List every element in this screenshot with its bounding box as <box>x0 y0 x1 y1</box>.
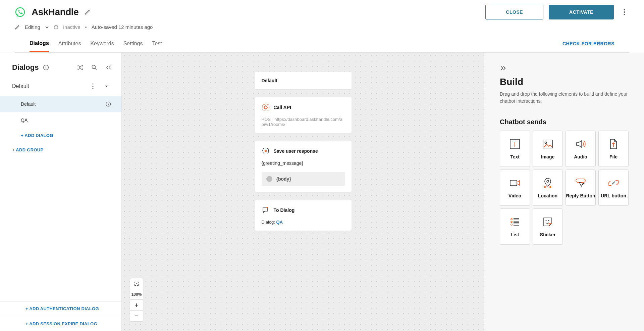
tile-label: Location <box>538 193 557 199</box>
tile-list[interactable]: List <box>500 208 530 245</box>
tile-label: Video <box>508 193 521 199</box>
group-collapse-icon[interactable] <box>101 81 111 91</box>
check-errors-link[interactable]: CHECK FOR ERRORS <box>562 41 614 46</box>
chevron-down-icon[interactable] <box>45 25 49 29</box>
svg-point-2 <box>624 11 625 13</box>
build-panel: Build Drag and drop the following elemen… <box>484 53 644 331</box>
svg-point-0 <box>16 8 24 16</box>
svg-point-30 <box>548 220 549 221</box>
svg-point-26 <box>511 219 512 220</box>
card-save-response-body-chip: {body} <box>262 172 345 186</box>
header-actions: CLOSE ACTIVATE <box>485 5 629 19</box>
list-icon <box>509 216 521 228</box>
activate-button[interactable]: ACTIVATE <box>549 5 614 19</box>
card-to-dialog-header: To Dialog <box>262 206 345 214</box>
tab-keywords[interactable]: Keywords <box>90 36 114 51</box>
tile-video[interactable]: Video <box>500 170 530 206</box>
add-auth-dialog-link[interactable]: + ADD AUTHENTICATION DIALOG <box>0 301 121 316</box>
card-save-response[interactable]: Save user response {greeting_message} {b… <box>255 141 352 192</box>
card-call-api-title: Call API <box>274 105 291 110</box>
to-dialog-prefix: Dialog: <box>262 220 276 225</box>
dialog-item-info-icon[interactable] <box>105 101 111 107</box>
card-call-api[interactable]: Call API POST https://dashboard.askhandl… <box>255 97 352 133</box>
add-dialog-link[interactable]: + ADD DIALOG <box>0 128 121 143</box>
tile-label: URL button <box>601 193 626 199</box>
dialog-list: Default QA + ADD DIALOG <box>0 96 121 143</box>
tile-label: Sticker <box>540 232 556 238</box>
sidebar: Dialogs Default Default QA + ADD DIALOG … <box>0 53 122 331</box>
search-icon[interactable] <box>89 62 99 73</box>
dialog-group-default[interactable]: Default <box>0 77 121 96</box>
card-start[interactable]: Default <box>255 72 352 89</box>
svg-rect-8 <box>79 67 81 68</box>
add-session-expire-dialog-link[interactable]: + ADD SESSION EXPIRE DIALOG <box>0 316 121 331</box>
svg-point-14 <box>108 103 109 103</box>
tile-url-button[interactable]: URL button <box>598 170 629 206</box>
tile-location[interactable]: Location <box>533 170 563 206</box>
tile-label: Image <box>541 154 554 160</box>
brackets-x-icon <box>262 147 270 155</box>
tile-reply-button[interactable]: Reply Button <box>566 170 596 206</box>
canvas[interactable]: Default Call API POST https://dashboard.… <box>122 53 484 331</box>
editing-label[interactable]: Editing <box>25 24 40 30</box>
body: Dialogs Default Default QA + ADD DIALOG … <box>0 53 644 331</box>
tile-label: File <box>609 154 618 160</box>
svg-rect-22 <box>510 180 517 186</box>
tile-file[interactable]: File <box>598 131 629 167</box>
svg-point-18 <box>136 283 137 284</box>
flow: Default Call API POST https://dashboard.… <box>255 72 352 231</box>
dialog-item-default[interactable]: Default <box>0 96 121 112</box>
status-inactive-icon <box>54 25 58 30</box>
tile-sticker[interactable]: Sticker <box>533 208 563 245</box>
sidebar-title: Dialogs <box>12 63 39 72</box>
card-to-dialog[interactable]: To Dialog Dialog: QA <box>255 200 352 231</box>
tile-label: List <box>511 232 519 238</box>
tab-test[interactable]: Test <box>152 36 162 51</box>
edit-title-icon[interactable] <box>85 9 91 15</box>
to-dialog-target-link[interactable]: QA <box>276 220 283 225</box>
tile-audio[interactable]: Audio <box>566 131 596 167</box>
tile-label: Reply Button <box>566 193 595 199</box>
audio-icon <box>575 138 587 150</box>
pencil-icon <box>15 25 20 30</box>
separator-dot: • <box>85 24 87 30</box>
add-group-link[interactable]: + ADD GROUP <box>0 143 121 157</box>
dialog-item-qa[interactable]: QA <box>0 112 121 128</box>
svg-rect-15 <box>108 104 109 105</box>
card-save-response-body-label: {body} <box>276 176 291 182</box>
zoom-fit-button[interactable] <box>130 278 143 289</box>
header-row-status: Editing Inactive • Auto-saved 12 minutes… <box>15 24 629 30</box>
svg-point-23 <box>547 180 549 182</box>
svg-point-28 <box>511 224 512 225</box>
svg-rect-25 <box>576 179 585 182</box>
tile-image[interactable]: Image <box>533 131 563 167</box>
svg-point-4 <box>54 25 58 29</box>
collapse-sidebar-icon[interactable] <box>103 62 113 73</box>
link-icon <box>607 177 620 189</box>
svg-point-3 <box>624 14 625 15</box>
more-menu-button[interactable] <box>619 7 629 17</box>
tab-settings[interactable]: Settings <box>123 36 143 51</box>
tile-label: Text <box>510 154 520 160</box>
build-section-chatbot-sends: Chatbot sends <box>500 118 629 126</box>
group-more-icon[interactable] <box>88 81 98 91</box>
gray-dot-icon <box>266 176 272 182</box>
scan-icon[interactable] <box>75 62 85 73</box>
tile-text[interactable]: Text <box>500 131 530 167</box>
card-to-dialog-body: Dialog: QA <box>262 220 345 225</box>
tab-attributes[interactable]: Attributes <box>58 36 81 51</box>
tab-dialogs[interactable]: Dialogs <box>30 36 49 52</box>
close-button[interactable]: CLOSE <box>485 5 543 19</box>
card-call-api-header: Call API <box>262 103 345 111</box>
zoom-in-button[interactable] <box>130 300 143 311</box>
zoom-out-button[interactable] <box>130 311 143 321</box>
info-icon[interactable] <box>43 64 49 71</box>
to-dialog-icon <box>262 206 270 214</box>
svg-point-12 <box>92 88 93 89</box>
card-start-title: Default <box>262 78 345 83</box>
build-tiles: Text Image Audio File Video Location <box>500 131 629 245</box>
tab-bar: Dialogs Attributes Keywords Settings Tes… <box>15 35 629 53</box>
collapse-build-panel-icon[interactable] <box>500 64 507 72</box>
svg-point-9 <box>92 65 95 68</box>
dialog-item-label: QA <box>21 117 28 123</box>
